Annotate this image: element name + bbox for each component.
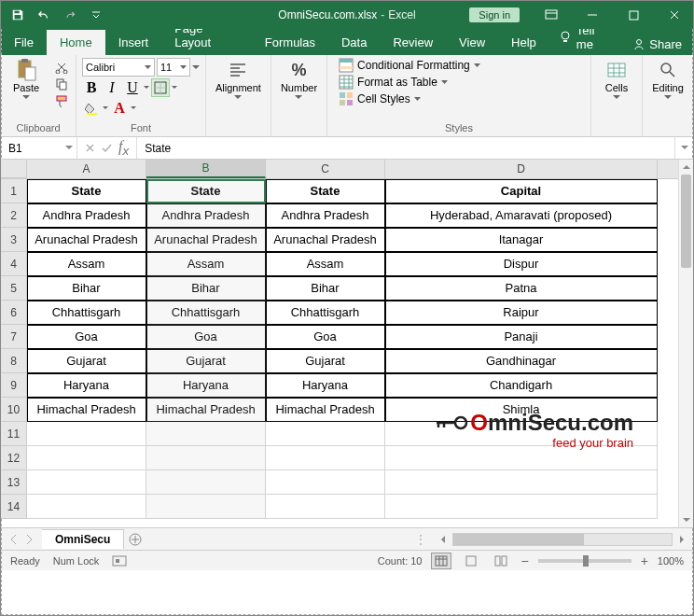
border-button[interactable] [151,78,170,97]
macro-record-icon[interactable] [112,555,127,567]
zoom-level[interactable]: 100% [658,555,684,567]
expand-formula-bar-icon[interactable] [674,137,693,159]
cell[interactable]: Himachal Pradesh [27,398,146,422]
column-header[interactable]: C [266,160,385,178]
cell[interactable]: Assam [146,252,266,276]
cell[interactable] [266,422,385,446]
row-header[interactable]: 13 [1,470,27,495]
maximize-icon[interactable] [615,1,652,29]
cell[interactable] [385,470,658,495]
tab-help[interactable]: Help [498,30,549,55]
cell[interactable] [146,495,266,519]
cell[interactable] [27,422,146,446]
row-header[interactable]: 6 [1,301,27,325]
cell[interactable]: State [27,179,146,203]
cells-button[interactable]: Cells [597,58,636,102]
scroll-up-icon[interactable] [679,160,693,175]
caret-down-icon[interactable] [131,106,136,111]
paste-button[interactable]: Paste [7,58,46,102]
cell[interactable]: Gujarat [266,349,385,373]
bold-button[interactable]: B [82,78,101,97]
cell-styles-button[interactable]: Cell Styles [339,91,480,106]
next-sheet-icon[interactable] [25,535,33,544]
cell[interactable] [146,446,266,470]
copy-icon[interactable] [53,77,70,91]
cell[interactable]: Bihar [266,276,385,301]
row-header[interactable]: 14 [1,495,27,519]
cell[interactable]: Himachal Pradesh [146,398,266,422]
row-header[interactable]: 10 [1,398,27,422]
fx-icon[interactable]: fx [118,138,129,158]
cell[interactable]: Chhattisgarh [146,301,266,325]
tab-insert[interactable]: Insert [105,30,162,55]
normal-view-icon[interactable] [431,553,451,569]
minimize-icon[interactable] [574,1,611,29]
row-header[interactable]: 1 [1,179,27,203]
sheet-tab[interactable]: OmniSecu [42,529,124,549]
cell[interactable]: Haryana [266,373,385,398]
zoom-out-button[interactable]: − [520,553,528,568]
tab-home[interactable]: Home [47,30,105,55]
page-layout-view-icon[interactable] [461,553,481,569]
cell[interactable] [266,470,385,495]
cell[interactable] [27,495,146,519]
cell[interactable]: Capital [385,179,658,203]
cell[interactable] [27,446,146,470]
cell[interactable]: Gujarat [146,349,266,373]
undo-icon[interactable] [33,4,55,26]
scroll-right-icon[interactable] [674,532,689,547]
cell[interactable]: Goa [266,325,385,349]
cell[interactable]: Goa [27,325,146,349]
row-header[interactable]: 4 [1,252,27,276]
cell[interactable]: Himachal Pradesh [266,398,385,422]
row-header[interactable]: 5 [1,276,27,301]
caret-down-icon[interactable] [144,86,149,91]
cell[interactable]: Arunachal Pradesh [266,228,385,252]
cancel-formula-icon[interactable] [85,143,95,153]
row-header[interactable]: 8 [1,349,27,373]
cell[interactable] [146,422,266,446]
cell[interactable]: Bihar [146,276,266,301]
font-name-combo[interactable]: Calibri [82,58,155,77]
close-icon[interactable] [656,1,693,29]
editing-button[interactable]: Editing [648,58,687,102]
select-all-corner[interactable] [1,160,27,178]
cell[interactable]: Andhra Pradesh [27,203,146,228]
cell[interactable] [385,446,658,470]
cell[interactable]: Goa [146,325,266,349]
prev-sheet-icon[interactable] [10,535,18,544]
cell[interactable] [266,446,385,470]
cell[interactable] [266,495,385,519]
cell[interactable]: Raipur [385,301,658,325]
cell[interactable]: Shimla [385,398,658,422]
format-painter-icon[interactable] [53,93,70,108]
cell[interactable] [385,495,658,519]
row-header[interactable]: 9 [1,373,27,398]
cell[interactable]: Hyderabad, Amaravati (proposed) [385,203,658,228]
number-button[interactable]: % Number [277,58,321,102]
scroll-down-icon[interactable] [679,512,693,527]
share-button[interactable]: Share [621,34,693,55]
cell[interactable]: Patna [385,276,658,301]
caret-down-icon[interactable] [192,65,200,70]
formula-input[interactable]: State [137,137,674,159]
format-as-table-button[interactable]: Format as Table [339,75,480,90]
cell[interactable]: Gandhinagar [385,349,658,373]
cell[interactable]: Arunachal Pradesh [27,228,146,252]
cell[interactable]: Haryana [27,373,146,398]
cell[interactable]: Itanagar [385,228,658,252]
horizontal-scrollbar[interactable] [452,533,673,546]
cell[interactable]: Chhattisgarh [27,301,146,325]
cell[interactable]: Chhattisgarh [266,301,385,325]
cell[interactable]: Chandigarh [385,373,658,398]
row-header[interactable]: 3 [1,228,27,252]
cell[interactable]: Haryana [146,373,266,398]
row-header[interactable]: 12 [1,446,27,470]
zoom-slider[interactable] [538,559,632,563]
tab-formulas[interactable]: Formulas [252,30,328,55]
ribbon-options-icon[interactable] [533,1,570,29]
qat-dropdown-icon[interactable] [85,4,107,26]
cell[interactable]: Assam [27,252,146,276]
tab-data[interactable]: Data [328,30,380,55]
tab-view[interactable]: View [446,30,498,55]
